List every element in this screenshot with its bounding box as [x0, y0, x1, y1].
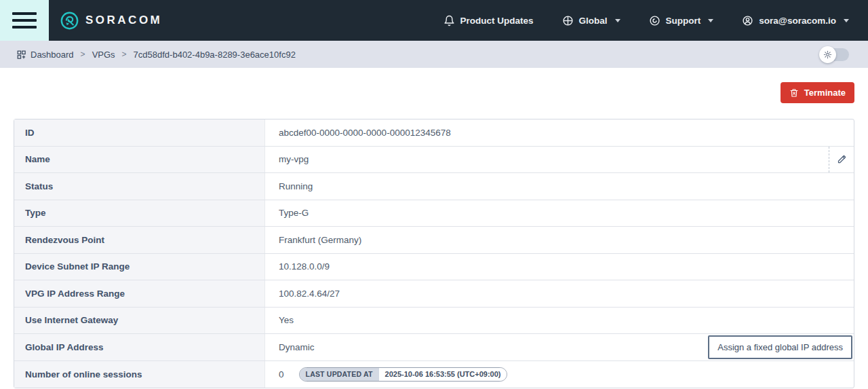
trash-icon — [789, 88, 799, 98]
table-row-type: Type Type-G — [14, 200, 854, 227]
row-label-id: ID — [14, 119, 265, 146]
assign-fixed-global-ip-button[interactable]: Assign a fixed global IP address — [708, 335, 852, 359]
table-row-status: Status Running — [14, 173, 854, 200]
theme-toggle-knob — [819, 46, 836, 63]
support-label: Support — [666, 16, 701, 26]
vpg-ip-range-value: 100.82.4.64/27 — [279, 289, 340, 299]
page-actions: Terminate — [14, 82, 854, 103]
sun-icon — [823, 50, 832, 59]
support-icon — [649, 15, 660, 26]
bell-icon — [443, 15, 455, 26]
hamburger-menu-button[interactable] — [0, 0, 49, 41]
pencil-icon — [837, 154, 847, 164]
theme-toggle[interactable] — [821, 48, 849, 61]
vpg-device-subnet-value: 10.128.0.0/9 — [279, 261, 330, 272]
breadcrumb-separator: > — [81, 50, 85, 59]
row-label-name: Name — [14, 147, 265, 173]
vpg-online-sessions-value: 0 — [279, 369, 284, 379]
breadcrumb-bar: Dashboard > VPGs > 7cd58dfd-b402-4b9a-82… — [0, 41, 868, 68]
table-row-vpg-ip-range: VPG IP Address Range 100.82.4.64/27 — [14, 280, 854, 308]
user-icon — [742, 15, 753, 26]
last-updated-badge: LAST UPDATED AT 2025-10-06 16:53:55 (UTC… — [299, 367, 508, 382]
chevron-down-icon — [615, 19, 620, 22]
breadcrumb-dashboard-link[interactable]: Dashboard — [16, 50, 74, 60]
breadcrumb-vpgs-link[interactable]: VPGs — [92, 50, 115, 60]
global-coverage-dropdown[interactable]: Global — [562, 15, 620, 26]
breadcrumb-vpg-id: 7cd58dfd-b402-4b9a-8289-3e6ace10fc92 — [134, 50, 296, 60]
terminate-label: Terminate — [804, 88, 846, 98]
account-email-label: sora@soracom.io — [759, 16, 836, 26]
vpg-internet-gateway-value: Yes — [279, 315, 294, 325]
table-row-device-subnet: Device Subnet IP Range 10.128.0.0/9 — [14, 254, 854, 281]
vpg-status-value: Running — [279, 181, 313, 191]
row-label-online-sessions: Number of online sessions — [14, 361, 265, 388]
vpg-rendezvous-point-value: Frankfurt (Germany) — [279, 235, 361, 245]
last-updated-badge-timestamp: 2025-10-06 16:53:55 (UTC+09:00) — [379, 368, 507, 381]
table-row-online-sessions: Number of online sessions 0 LAST UPDATED… — [14, 361, 854, 388]
account-dropdown[interactable]: sora@soracom.io — [742, 15, 849, 26]
breadcrumb: Dashboard > VPGs > 7cd58dfd-b402-4b9a-82… — [16, 50, 296, 60]
vpg-detail-table: ID abcdef00-0000-0000-0000-000012345678 … — [14, 119, 854, 388]
chevron-down-icon — [844, 19, 849, 22]
brand-wordmark: SORACOM — [85, 14, 162, 27]
table-row-internet-gateway: Use Internet Gateway Yes — [14, 308, 854, 335]
product-updates-button[interactable]: Product Updates — [443, 15, 534, 26]
vpg-id-value: abcdef00-0000-0000-0000-000012345678 — [279, 128, 451, 138]
product-updates-label: Product Updates — [460, 16, 534, 26]
table-row-id: ID abcdef00-0000-0000-0000-000012345678 — [14, 119, 854, 147]
dashboard-grid-icon — [16, 50, 26, 60]
row-label-vpg-ip-range: VPG IP Address Range — [14, 280, 265, 307]
breadcrumb-separator: > — [122, 50, 127, 59]
terminate-button[interactable]: Terminate — [781, 82, 854, 103]
table-row-name: Name my-vpg — [14, 147, 854, 174]
navbar-right-menu: Product Updates Global Support sora@sora… — [443, 15, 868, 26]
table-row-rendezvous-point: Rendezvous Point Frankfurt (Germany) — [14, 227, 854, 254]
row-label-internet-gateway: Use Internet Gateway — [14, 308, 265, 334]
support-dropdown[interactable]: Support — [649, 15, 714, 26]
last-updated-badge-label: LAST UPDATED AT — [300, 368, 379, 381]
edit-name-button[interactable] — [829, 147, 854, 173]
global-label: Global — [579, 16, 608, 26]
row-label-global-ip: Global IP Address — [14, 334, 265, 360]
row-label-type: Type — [14, 200, 265, 227]
soracom-swan-icon — [60, 12, 79, 30]
row-label-rendezvous-point: Rendezvous Point — [14, 227, 265, 253]
row-label-status: Status — [14, 173, 265, 200]
row-label-device-subnet: Device Subnet IP Range — [14, 254, 265, 280]
hamburger-icon — [12, 12, 37, 15]
globe-icon — [562, 15, 574, 26]
vpg-name-value: my-vpg — [279, 154, 309, 164]
vpg-type-value: Type-G — [279, 208, 309, 218]
soracom-logo[interactable]: SORACOM — [60, 12, 162, 30]
chevron-down-icon — [708, 19, 713, 22]
top-navbar: SORACOM Product Updates Global Support — [0, 0, 868, 41]
table-row-global-ip: Global IP Address Dynamic Assign a fixed… — [14, 334, 854, 361]
vpg-detail-page: Terminate ID abcdef00-0000-0000-0000-000… — [0, 82, 868, 388]
vpg-global-ip-value: Dynamic — [279, 342, 315, 352]
